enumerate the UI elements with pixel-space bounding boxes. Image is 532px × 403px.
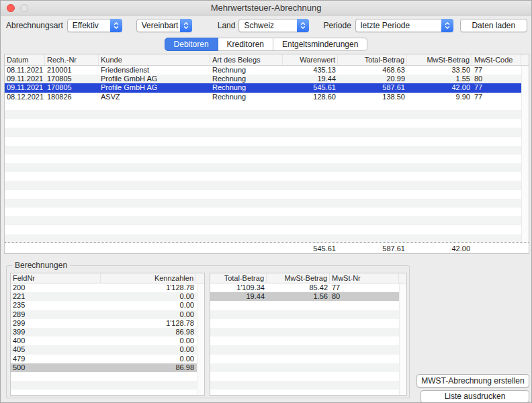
title-bar[interactable]: Mehrwertsteuer-Abrechnung xyxy=(1,1,531,15)
table-row-empty[interactable] xyxy=(11,381,204,390)
table-row[interactable]: 4790.00 xyxy=(11,355,204,363)
table-row-empty[interactable] xyxy=(5,137,529,146)
header-scrollbar-corner xyxy=(196,273,204,283)
column-header-mwst-betrag[interactable]: MwSt-Betrag xyxy=(267,273,330,283)
table-cell xyxy=(210,381,267,390)
column-header-mwst-code[interactable]: MwSt-Code xyxy=(472,54,521,65)
table-row[interactable]: 39986.98 xyxy=(11,328,204,337)
table-row-empty[interactable] xyxy=(5,163,529,172)
table-row-empty[interactable] xyxy=(5,172,529,181)
table-cell xyxy=(210,101,283,110)
table-row[interactable]: 2350.00 xyxy=(11,301,204,310)
table-row-empty[interactable] xyxy=(5,154,529,163)
table-cell xyxy=(283,208,338,216)
table-cell: 405 xyxy=(11,345,101,354)
vertical-scrollbar-track[interactable] xyxy=(521,66,529,243)
tab-debitoren[interactable]: Debitoren xyxy=(165,38,218,51)
table-row-empty[interactable] xyxy=(210,310,406,319)
table-row-empty[interactable] xyxy=(210,363,406,372)
table-row-empty[interactable] xyxy=(210,328,406,337)
table-cell xyxy=(5,101,45,110)
vertical-scrollbar-track[interactable] xyxy=(399,283,406,395)
table-row[interactable]: 2210.00 xyxy=(11,292,204,301)
column-header-kunde[interactable]: Kunde xyxy=(99,54,210,65)
column-header-mwst-betrag[interactable]: MwSt-Betrag xyxy=(407,54,472,65)
tab-kreditoren[interactable]: Kreditoren xyxy=(218,38,273,51)
table-row-empty[interactable] xyxy=(5,199,529,208)
total-value: 42.00 xyxy=(407,244,472,253)
column-header-art-des-belegs[interactable]: Art des Belegs xyxy=(210,54,283,65)
mwst-abrechnung-erstellen-button[interactable]: MWST-Abrechnung erstellen xyxy=(416,374,529,388)
table-cell: Rechnung xyxy=(210,75,283,83)
table-row[interactable]: 2890.00 xyxy=(11,310,204,319)
table-cell xyxy=(267,319,330,328)
periode-select[interactable]: letzte Periode xyxy=(355,19,453,32)
table-row-empty[interactable] xyxy=(5,128,529,136)
table-row-empty[interactable] xyxy=(11,372,204,381)
table-row[interactable]: 08.11.2021210001FriedensdienstRechnung43… xyxy=(5,66,529,75)
table-row[interactable]: 08.12.2021180826ASVZRechnung128.60138.50… xyxy=(5,93,529,101)
table-cell: Rechnung xyxy=(210,66,283,75)
table-cell: 86.98 xyxy=(101,328,196,337)
table-cell xyxy=(338,216,407,225)
table-row[interactable]: 4000.00 xyxy=(11,337,204,345)
table-row[interactable]: 1'109.3485.4277 xyxy=(210,283,406,292)
tab-entgeltsminderungen[interactable]: Entgeltsminderungen xyxy=(273,38,367,51)
table-row[interactable]: 4050.00 xyxy=(11,345,204,354)
table-cell: 0.00 xyxy=(101,337,196,345)
table-row[interactable]: 09.11.2021170805Profile GmbH AGRechnung5… xyxy=(5,83,529,92)
table-row-empty[interactable] xyxy=(5,181,529,189)
table-row[interactable]: 2001'128.78 xyxy=(11,283,204,292)
column-header-rech-nr[interactable]: Rech.-Nr xyxy=(45,54,99,65)
table-row-empty[interactable] xyxy=(5,146,529,154)
table-row-empty[interactable] xyxy=(5,110,529,119)
table-cell xyxy=(330,345,399,354)
abrechnungsart-select[interactable]: Effektiv xyxy=(67,19,122,32)
table-row-empty[interactable] xyxy=(5,208,529,216)
table-cell xyxy=(210,345,267,354)
table-cell xyxy=(338,119,407,128)
table-row-empty[interactable] xyxy=(5,101,529,110)
table-row-empty[interactable] xyxy=(210,337,406,345)
table-cell xyxy=(5,163,45,172)
column-header-mwst-nr[interactable]: MwSt-Nr xyxy=(330,273,399,283)
table-row-empty[interactable] xyxy=(210,390,406,396)
close-button[interactable] xyxy=(7,4,15,12)
column-header-total-betrag[interactable]: Total-Betrag xyxy=(338,54,407,65)
table-row-empty[interactable] xyxy=(5,234,529,243)
table-row[interactable]: 19.441.5680 xyxy=(210,292,406,301)
table-cell: 0.00 xyxy=(101,310,196,319)
filter-controls: Abrechnungsart Effektiv Vereinbart Land … xyxy=(1,18,531,33)
table-body: 2001'128.782210.002350.002890.002991'128… xyxy=(11,283,204,396)
table-cell xyxy=(99,181,210,189)
table-row-empty[interactable] xyxy=(5,225,529,234)
column-header-feldnr[interactable]: FeldNr xyxy=(11,273,101,283)
table-row-empty[interactable] xyxy=(5,216,529,225)
column-header-warenwert[interactable]: Warenwert xyxy=(283,54,338,65)
table-row[interactable]: 50086.98 xyxy=(11,363,204,372)
table-cell xyxy=(5,225,45,234)
daten-laden-button[interactable]: Daten laden xyxy=(460,19,527,32)
table-row-empty[interactable] xyxy=(5,119,529,128)
table-row[interactable]: 09.11.2021170805Profile GmbH AGRechnung1… xyxy=(5,75,529,83)
table-row-empty[interactable] xyxy=(210,355,406,363)
table-cell xyxy=(407,234,472,243)
table-row-empty[interactable] xyxy=(210,345,406,354)
column-header-datum[interactable]: Datum xyxy=(5,54,45,65)
land-select[interactable]: Schweiz xyxy=(238,19,309,32)
table-row-empty[interactable] xyxy=(210,301,406,310)
column-header-total-betrag[interactable]: Total-Betrag xyxy=(210,273,267,283)
table-row-empty[interactable] xyxy=(11,390,204,396)
table-cell xyxy=(101,381,196,390)
vertical-scrollbar-track[interactable] xyxy=(197,283,204,395)
table-row-empty[interactable] xyxy=(210,319,406,328)
table-row[interactable]: 2991'128.78 xyxy=(11,319,204,328)
column-header-kennzahlen[interactable]: Kennzahlen xyxy=(101,273,196,283)
table-cell xyxy=(338,190,407,199)
table-row-empty[interactable] xyxy=(5,190,529,199)
liste-ausdrucken-button[interactable]: Liste ausdrucken xyxy=(420,390,529,403)
table-row-empty[interactable] xyxy=(210,381,406,390)
table-cell: 1'128.78 xyxy=(101,283,196,292)
vereinbart-select[interactable]: Vereinbart xyxy=(136,19,192,32)
table-row-empty[interactable] xyxy=(210,372,406,381)
